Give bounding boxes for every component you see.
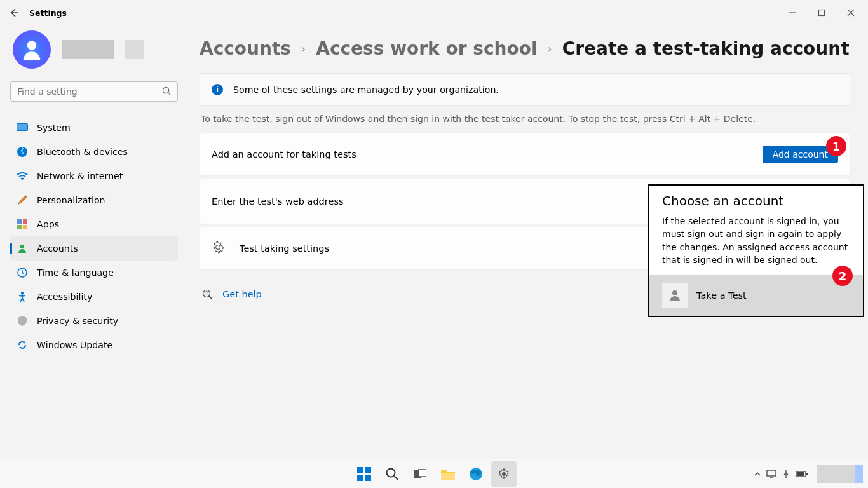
paint-icon	[17, 194, 28, 206]
avatar	[13, 30, 51, 69]
search-icon	[385, 467, 399, 481]
gear-icon	[212, 241, 224, 256]
tray-monitor-icon[interactable]	[766, 470, 776, 478]
maximize-icon	[818, 9, 825, 17]
sidebar-item-accounts[interactable]: Accounts	[10, 236, 178, 261]
search-icon	[162, 86, 172, 98]
clock-icon	[17, 267, 28, 278]
chevron-right-icon: ›	[301, 42, 306, 55]
start-button[interactable]	[351, 461, 377, 487]
svg-point-19	[672, 290, 677, 295]
bluetooth-icon	[17, 146, 28, 158]
svg-rect-26	[365, 475, 371, 481]
title-bar: Settings	[0, 0, 868, 25]
sidebar-item-bluetooth[interactable]: Bluetooth & devices	[10, 140, 178, 164]
svg-line-22	[209, 296, 212, 299]
nav-list: System Bluetooth & devices Network & int…	[10, 116, 178, 357]
taskview-icon	[414, 469, 426, 479]
choose-account-popup: Choose an account If the selected accoun…	[648, 184, 864, 317]
svg-line-28	[394, 476, 398, 480]
popup-account-option[interactable]: Take a Test	[649, 275, 863, 316]
tray-chevron[interactable]	[754, 470, 761, 478]
nav-label: Apps	[37, 219, 59, 229]
nav-label: Privacy & security	[37, 316, 118, 326]
popup-account-label: Take a Test	[696, 290, 747, 301]
svg-point-5	[27, 41, 36, 50]
user-info-redacted	[125, 40, 144, 59]
svg-rect-2	[819, 10, 825, 16]
svg-point-33	[502, 472, 506, 476]
edge-icon	[469, 467, 483, 481]
svg-point-6	[163, 87, 168, 93]
nav-label: Time & language	[37, 268, 114, 278]
svg-rect-30	[419, 469, 426, 477]
svg-rect-31	[441, 473, 455, 480]
row-label: Test taking settings	[240, 243, 329, 254]
close-icon	[847, 9, 855, 17]
get-help-link[interactable]: Get help	[222, 289, 262, 299]
svg-rect-37	[806, 473, 808, 475]
svg-rect-9	[17, 124, 27, 130]
person-icon	[667, 288, 682, 303]
window-close[interactable]	[836, 0, 865, 25]
tray-clock-redacted[interactable]	[817, 465, 863, 483]
svg-point-27	[387, 468, 395, 477]
breadcrumb: Accounts › Access work or school › Creat…	[200, 38, 850, 59]
nav-label: Network & internet	[37, 171, 123, 181]
sidebar-item-accessibility[interactable]: Accessibility	[10, 285, 178, 309]
row-label: Enter the test's web address	[212, 196, 344, 207]
window-minimize[interactable]	[778, 0, 807, 25]
svg-point-16	[20, 245, 24, 248]
person-icon	[19, 37, 44, 62]
breadcrumb-access-work-school[interactable]: Access work or school	[316, 38, 537, 59]
task-view[interactable]	[407, 461, 433, 487]
breadcrumb-accounts[interactable]: Accounts	[200, 38, 291, 59]
search-box	[10, 81, 178, 102]
tray-battery-icon[interactable]	[796, 470, 808, 478]
sidebar-item-time[interactable]: Time & language	[10, 261, 178, 285]
add-account-row: Add an account for taking tests Add acco…	[200, 133, 850, 176]
sidebar-item-network[interactable]: Network & internet	[10, 164, 178, 188]
windows-icon	[357, 467, 371, 481]
nav-label: Accounts	[37, 243, 78, 254]
sidebar-item-privacy[interactable]: Privacy & security	[10, 309, 178, 333]
arrow-left-icon	[9, 8, 19, 18]
sidebar-item-apps[interactable]: Apps	[10, 212, 178, 236]
minimize-icon	[789, 9, 796, 17]
page-title: Create a test-taking account	[562, 38, 850, 59]
sidebar-item-personalization[interactable]: Personalization	[10, 188, 178, 212]
edge-browser[interactable]	[463, 461, 489, 487]
sidebar-item-update[interactable]: Windows Update	[10, 333, 178, 357]
search-input[interactable]	[10, 81, 178, 102]
settings-app[interactable]	[491, 461, 517, 487]
svg-rect-25	[357, 475, 363, 481]
monitor-icon	[17, 122, 28, 133]
taskbar-search[interactable]	[379, 461, 405, 487]
svg-rect-15	[23, 225, 27, 229]
tray-usb-icon[interactable]	[782, 470, 790, 478]
svg-rect-12	[17, 219, 22, 224]
window-maximize[interactable]	[807, 0, 836, 25]
sidebar-item-system[interactable]: System	[10, 116, 178, 140]
folder-icon	[441, 468, 455, 480]
svg-rect-23	[357, 467, 363, 473]
sidebar: System Bluetooth & devices Network & int…	[0, 25, 188, 459]
file-explorer[interactable]	[435, 461, 461, 487]
nav-label: Accessibility	[37, 292, 92, 302]
accounts-icon	[17, 243, 28, 254]
chevron-right-icon: ›	[548, 42, 552, 55]
svg-text:?: ?	[205, 291, 208, 297]
update-icon	[17, 339, 28, 351]
user-block[interactable]	[10, 30, 178, 69]
annotation-badge-1: 1	[826, 136, 846, 156]
svg-point-18	[21, 292, 24, 294]
nav-label: Bluetooth & devices	[37, 147, 128, 157]
nav-label: System	[37, 123, 71, 133]
gear-icon	[498, 468, 510, 480]
row-label: Add an account for taking tests	[212, 149, 356, 159]
back-button[interactable]	[3, 1, 25, 24]
app-title: Settings	[29, 8, 67, 18]
accessibility-icon	[17, 291, 28, 302]
svg-point-11	[22, 179, 23, 180]
wifi-icon	[17, 170, 28, 182]
